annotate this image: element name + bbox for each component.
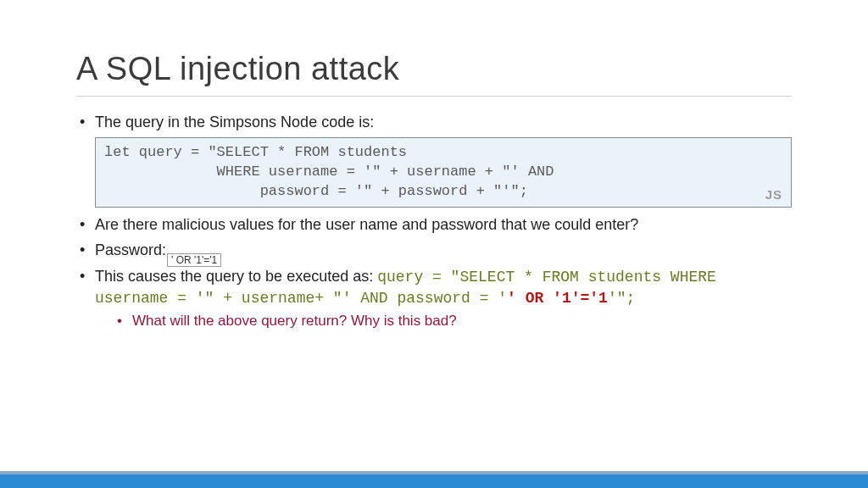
bullet-result: This causes the query to be executed as:… xyxy=(76,266,792,332)
footer-bar xyxy=(0,474,868,488)
bullet-text: Are there malicious values for the user … xyxy=(95,216,638,233)
sub-bullet-text: What will the above query return? Why is… xyxy=(132,313,457,329)
code-language-badge: JS xyxy=(765,186,782,203)
result-lead: This causes the query to be executed as: xyxy=(95,268,377,285)
code-block: let query = "SELECT * FROM students WHER… xyxy=(95,137,792,208)
bullet-password: Password: ' OR '1'='1 xyxy=(76,240,792,260)
slide: A SQL injection attack The query in the … xyxy=(0,0,868,488)
result-code-injected: ' OR '1'='1 xyxy=(507,290,608,307)
title-rule xyxy=(76,96,792,97)
bullet-malicious-question: Are there malicious values for the user … xyxy=(76,214,792,235)
code-content: let query = "SELECT * FROM students WHER… xyxy=(104,144,554,199)
password-label: Password: xyxy=(95,241,166,258)
bullet-query-intro: The query in the Simpsons Node code is: xyxy=(76,112,792,132)
slide-title: A SQL injection attack xyxy=(76,51,792,87)
sub-bullet-why-bad: What will the above query return? Why is… xyxy=(115,312,792,331)
result-code-part2: '"; xyxy=(608,290,635,307)
bullet-text: The query in the Simpsons Node code is: xyxy=(95,114,374,130)
bullet-list: The query in the Simpsons Node code is: … xyxy=(76,112,792,331)
sub-bullet-list: What will the above query return? Why is… xyxy=(115,312,792,331)
